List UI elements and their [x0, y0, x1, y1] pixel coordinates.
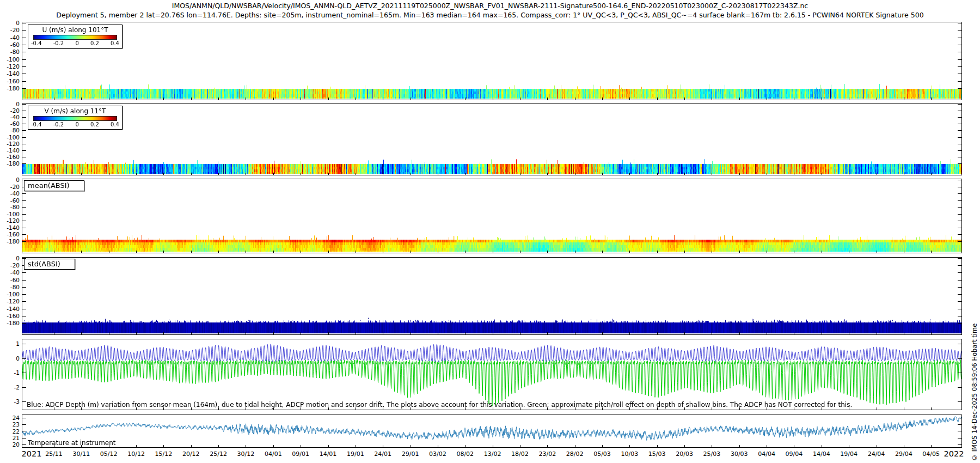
colorbar-tick-label: 0: [75, 121, 78, 127]
date-tick-label: 10/12: [127, 450, 145, 458]
y-tick-label: 0: [1, 101, 20, 107]
date-tick-label: 14/01: [320, 450, 337, 458]
colorbar-tick-label: -0.2: [53, 40, 64, 46]
colorbar-tick-label: 0.2: [90, 40, 99, 46]
panel-v-velocity: V (m/s) along 11°T -0.4-0.200.20.4: [22, 103, 962, 175]
y-tick-label: 0: [1, 255, 20, 261]
figure-subtitle: Deployment 5, member 2 lat=20.76S lon=11…: [0, 11, 980, 19]
y-tick-label: -160: [1, 78, 20, 84]
y-tick-label: -80: [1, 127, 20, 133]
y-tick-label: 1: [1, 340, 20, 347]
date-tick-label: 08/02: [456, 450, 474, 458]
y-tick-label: -80: [1, 204, 20, 210]
u-colorbar-title: U (m/s) along 101°T: [30, 26, 120, 34]
panel-u-velocity: U (m/s) along 101°T -0.4-0.200.20.4: [22, 22, 962, 100]
date-tick-label: 19/01: [347, 450, 364, 458]
u-colorbar-legend: U (m/s) along 101°T -0.4-0.200.20.4: [28, 25, 122, 48]
y-tick-label: 21: [1, 435, 20, 441]
date-tick-label: 20/12: [182, 450, 200, 458]
y-tick-label: -60: [1, 41, 20, 48]
y-tick-label: -160: [1, 154, 20, 160]
date-tick-label: 19/04: [840, 450, 857, 458]
date-tick-label: 18/02: [511, 450, 529, 458]
colorbar-tick-label: 0.4: [111, 121, 119, 127]
y-tick-label: -80: [1, 48, 20, 55]
y-tick-label: -140: [1, 70, 20, 77]
date-tick-label: 23/02: [538, 450, 556, 458]
date-tick-label: 20/03: [676, 450, 693, 458]
date-tick-label: 25/11: [45, 450, 63, 458]
v-colorbar-title: V (m/s) along 11°T: [30, 107, 120, 115]
y-tick-label: 0: [1, 20, 20, 26]
y-tick-label: -120: [1, 298, 20, 304]
v-colorbar-legend: V (m/s) along 11°T -0.4-0.200.20.4: [28, 106, 122, 130]
y-tick-label: -100: [1, 134, 20, 141]
y-tick-label: -60: [1, 197, 20, 204]
y-tick-label: -20: [1, 184, 20, 190]
date-tick-label: 30/11: [72, 450, 90, 458]
date-tick-label: 28/02: [566, 450, 584, 458]
date-tick-label: 09/04: [786, 450, 803, 458]
imos-copyright-watermark: © IMOS 14-Dec-2025 08:59:06 Hobart time: [971, 259, 978, 461]
mean-absi-heatmap: [22, 179, 961, 253]
depth-variation-annotation: Blue: ADCP Depth (m) variation from sens…: [27, 401, 852, 409]
year-label-left: 2021: [22, 449, 42, 458]
date-tick-label: 30/03: [731, 450, 748, 458]
y-tick-label: -180: [1, 320, 20, 326]
jet-colorbar: [33, 116, 117, 121]
date-tick-label: 24/04: [868, 450, 885, 458]
date-tick-label: 10/03: [621, 450, 638, 458]
y-tick-label: -60: [1, 277, 20, 283]
y-tick-label: -80: [1, 284, 20, 290]
y-tick-label: -60: [1, 120, 20, 127]
y-tick-label: -120: [1, 217, 20, 224]
y-tick-label: -120: [1, 63, 20, 70]
y-tick-label: -40: [1, 34, 20, 41]
y-tick-label: -140: [1, 224, 20, 231]
date-tick-label: 25/12: [210, 450, 227, 458]
y-tick-label: 24: [1, 415, 20, 421]
std-absi-label: std(ABSI): [24, 259, 75, 270]
y-tick-label: -160: [1, 231, 20, 237]
date-tick-label: 24/01: [374, 450, 391, 458]
y-tick-label: -120: [1, 141, 20, 147]
panel-std-absi: std(ABSI): [22, 257, 962, 335]
panel-mean-absi: mean(ABSI): [22, 179, 962, 253]
panel-depth-variation: Blue: ADCP Depth (m) variation from sens…: [22, 339, 962, 410]
y-tick-label: -180: [1, 238, 20, 245]
y-tick-label: -20: [1, 27, 20, 33]
colorbar-tick-label: 0: [75, 40, 78, 46]
y-tick-label: -100: [1, 291, 20, 297]
mean-absi-label: mean(ABSI): [24, 180, 84, 191]
date-tick-label: 25/03: [703, 450, 721, 458]
date-tick-label: 04/04: [758, 450, 775, 458]
date-tick-label: 30/12: [237, 450, 255, 458]
year-label-right: 2022: [944, 449, 964, 458]
date-tick-label: 15/03: [648, 450, 666, 458]
date-tick-label: 15/12: [155, 450, 173, 458]
y-tick-label: -100: [1, 56, 20, 63]
y-tick-label: -40: [1, 269, 20, 276]
y-tick-label: -40: [1, 190, 20, 197]
figure-title: IMOS/ANMN/QLD/NWSBAR/Velocity/IMOS_ANMN-…: [0, 2, 980, 10]
colorbar-tick-label: 0.4: [111, 40, 119, 46]
colorbar-tick-label: -0.2: [53, 121, 64, 127]
colorbar-tick-label: -0.4: [31, 121, 42, 127]
colorbar-tick-label: -0.4: [31, 40, 42, 46]
u-colorbar-ticks: -0.4-0.200.20.4: [30, 40, 120, 46]
y-tick-label: -100: [1, 211, 20, 217]
date-tick-label: 05/03: [593, 450, 611, 458]
date-tick-label: 05/12: [100, 450, 118, 458]
panel-temperature: Temperature at instrument: [22, 415, 962, 448]
y-tick-label: -180: [1, 85, 20, 92]
y-tick-label: -40: [1, 114, 20, 120]
u-velocity-heatmap: [22, 22, 961, 100]
temperature-line: [22, 415, 961, 447]
v-colorbar-ticks: -0.4-0.200.20.4: [30, 121, 120, 127]
y-tick-label: -20: [1, 262, 20, 269]
std-absi-heatmap: [22, 258, 961, 334]
date-tick-label: 29/04: [895, 450, 912, 458]
date-tick-label: 14/04: [813, 450, 830, 458]
y-tick-label: -140: [1, 306, 20, 312]
y-tick-label: 22: [1, 428, 20, 435]
